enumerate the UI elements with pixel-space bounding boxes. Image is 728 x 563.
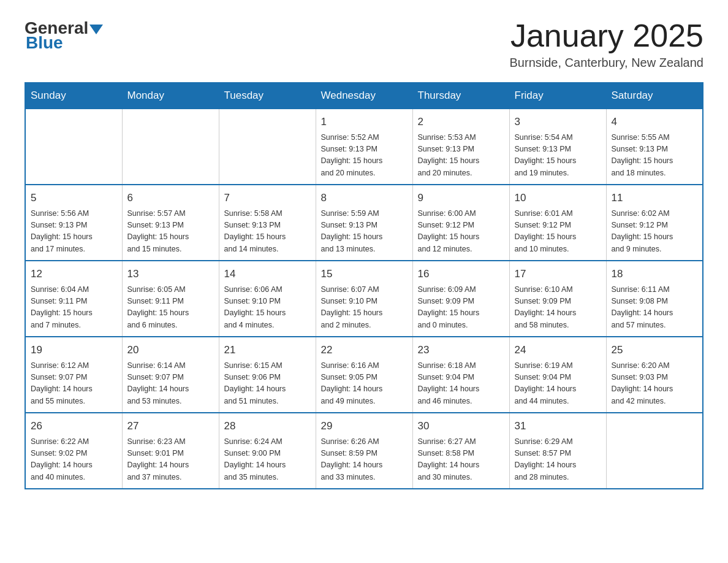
day-number: 23: [418, 342, 504, 358]
day-info: Sunrise: 6:01 AMSunset: 9:12 PMDaylight:…: [515, 208, 601, 256]
calendar-cell: 14Sunrise: 6:06 AMSunset: 9:10 PMDayligh…: [219, 261, 316, 337]
calendar-week-row: 12Sunrise: 6:04 AMSunset: 9:11 PMDayligh…: [25, 261, 703, 337]
calendar-header-thursday: Thursday: [412, 83, 509, 109]
day-number: 5: [31, 190, 117, 206]
day-info: Sunrise: 6:27 AMSunset: 8:58 PMDaylight:…: [418, 436, 504, 484]
day-number: 29: [321, 418, 408, 434]
calendar-header-friday: Friday: [509, 83, 606, 109]
day-info: Sunrise: 6:15 AMSunset: 9:06 PMDaylight:…: [224, 360, 311, 408]
day-info: Sunrise: 6:29 AMSunset: 8:57 PMDaylight:…: [515, 436, 601, 484]
day-info: Sunrise: 5:56 AMSunset: 9:13 PMDaylight:…: [31, 208, 117, 256]
day-info: Sunrise: 5:57 AMSunset: 9:13 PMDaylight:…: [127, 208, 214, 256]
calendar-cell: 15Sunrise: 6:07 AMSunset: 9:10 PMDayligh…: [316, 261, 412, 337]
calendar-cell: 30Sunrise: 6:27 AMSunset: 8:58 PMDayligh…: [412, 413, 509, 489]
day-number: 18: [612, 266, 698, 282]
calendar-header-wednesday: Wednesday: [316, 83, 412, 109]
calendar-cell: 2Sunrise: 5:53 AMSunset: 9:13 PMDaylight…: [412, 109, 509, 185]
calendar-cell: 7Sunrise: 5:58 AMSunset: 9:13 PMDaylight…: [219, 185, 316, 261]
calendar-cell: 8Sunrise: 5:59 AMSunset: 9:13 PMDaylight…: [316, 185, 412, 261]
calendar-week-row: 19Sunrise: 6:12 AMSunset: 9:07 PMDayligh…: [25, 337, 703, 413]
day-number: 27: [127, 418, 214, 434]
day-info: Sunrise: 6:12 AMSunset: 9:07 PMDaylight:…: [31, 360, 117, 408]
calendar-cell: 26Sunrise: 6:22 AMSunset: 9:02 PMDayligh…: [25, 413, 122, 489]
day-info: Sunrise: 5:54 AMSunset: 9:13 PMDaylight:…: [515, 132, 601, 180]
calendar-header-tuesday: Tuesday: [219, 83, 316, 109]
calendar-cell: 12Sunrise: 6:04 AMSunset: 9:11 PMDayligh…: [25, 261, 122, 337]
day-number: 15: [321, 266, 408, 282]
day-info: Sunrise: 6:02 AMSunset: 9:12 PMDaylight:…: [612, 208, 698, 256]
calendar-header-monday: Monday: [122, 83, 219, 109]
day-number: 19: [31, 342, 117, 358]
location-subtitle: Burnside, Canterbury, New Zealand: [510, 56, 703, 70]
day-info: Sunrise: 6:16 AMSunset: 9:05 PMDaylight:…: [321, 360, 408, 408]
day-number: 9: [418, 190, 504, 206]
day-number: 8: [321, 190, 408, 206]
calendar-cell: 1Sunrise: 5:52 AMSunset: 9:13 PMDaylight…: [316, 109, 412, 185]
calendar-cell: 24Sunrise: 6:19 AMSunset: 9:04 PMDayligh…: [509, 337, 606, 413]
calendar-cell: 9Sunrise: 6:00 AMSunset: 9:12 PMDaylight…: [412, 185, 509, 261]
day-info: Sunrise: 5:55 AMSunset: 9:13 PMDaylight:…: [612, 132, 698, 180]
day-number: 30: [418, 418, 504, 434]
calendar-table: SundayMondayTuesdayWednesdayThursdayFrid…: [25, 82, 703, 489]
day-info: Sunrise: 6:09 AMSunset: 9:09 PMDaylight:…: [418, 284, 504, 332]
calendar-cell: 29Sunrise: 6:26 AMSunset: 8:59 PMDayligh…: [316, 413, 412, 489]
day-number: 21: [224, 342, 311, 358]
calendar-week-row: 26Sunrise: 6:22 AMSunset: 9:02 PMDayligh…: [25, 413, 703, 489]
day-number: 7: [224, 190, 311, 206]
day-number: 16: [418, 266, 504, 282]
day-info: Sunrise: 6:18 AMSunset: 9:04 PMDaylight:…: [418, 360, 504, 408]
day-number: 2: [418, 114, 504, 130]
calendar-cell: 18Sunrise: 6:11 AMSunset: 9:08 PMDayligh…: [606, 261, 703, 337]
day-info: Sunrise: 6:04 AMSunset: 9:11 PMDaylight:…: [31, 284, 117, 332]
calendar-cell: 19Sunrise: 6:12 AMSunset: 9:07 PMDayligh…: [25, 337, 122, 413]
calendar-cell: 22Sunrise: 6:16 AMSunset: 9:05 PMDayligh…: [316, 337, 412, 413]
day-info: Sunrise: 6:05 AMSunset: 9:11 PMDaylight:…: [127, 284, 214, 332]
calendar-cell: 4Sunrise: 5:55 AMSunset: 9:13 PMDaylight…: [606, 109, 703, 185]
day-number: 24: [515, 342, 601, 358]
page-header: General Blue January 2025 Burnside, Cant…: [25, 18, 703, 70]
day-number: 12: [31, 266, 117, 282]
day-info: Sunrise: 6:19 AMSunset: 9:04 PMDaylight:…: [515, 360, 601, 408]
calendar-cell: 31Sunrise: 6:29 AMSunset: 8:57 PMDayligh…: [509, 413, 606, 489]
calendar-cell: 21Sunrise: 6:15 AMSunset: 9:06 PMDayligh…: [219, 337, 316, 413]
calendar-cell: 3Sunrise: 5:54 AMSunset: 9:13 PMDaylight…: [509, 109, 606, 185]
calendar-cell: 5Sunrise: 5:56 AMSunset: 9:13 PMDaylight…: [25, 185, 122, 261]
calendar-cell: 13Sunrise: 6:05 AMSunset: 9:11 PMDayligh…: [122, 261, 219, 337]
calendar-cell: 27Sunrise: 6:23 AMSunset: 9:01 PMDayligh…: [122, 413, 219, 489]
day-info: Sunrise: 6:07 AMSunset: 9:10 PMDaylight:…: [321, 284, 408, 332]
day-info: Sunrise: 5:53 AMSunset: 9:13 PMDaylight:…: [418, 132, 504, 180]
day-number: 4: [612, 114, 698, 130]
day-number: 11: [612, 190, 698, 206]
day-info: Sunrise: 6:24 AMSunset: 9:00 PMDaylight:…: [224, 436, 311, 484]
day-info: Sunrise: 6:11 AMSunset: 9:08 PMDaylight:…: [612, 284, 698, 332]
calendar-cell: 20Sunrise: 6:14 AMSunset: 9:07 PMDayligh…: [122, 337, 219, 413]
day-number: 26: [31, 418, 117, 434]
day-info: Sunrise: 6:14 AMSunset: 9:07 PMDaylight:…: [127, 360, 214, 408]
calendar-cell: 28Sunrise: 6:24 AMSunset: 9:00 PMDayligh…: [219, 413, 316, 489]
logo: General Blue: [25, 18, 103, 53]
calendar-cell: 11Sunrise: 6:02 AMSunset: 9:12 PMDayligh…: [606, 185, 703, 261]
title-area: January 2025 Burnside, Canterbury, New Z…: [510, 18, 703, 70]
calendar-cell: [219, 109, 316, 185]
calendar-week-row: 5Sunrise: 5:56 AMSunset: 9:13 PMDaylight…: [25, 185, 703, 261]
calendar-cell: 23Sunrise: 6:18 AMSunset: 9:04 PMDayligh…: [412, 337, 509, 413]
calendar-header-row: SundayMondayTuesdayWednesdayThursdayFrid…: [25, 83, 703, 109]
calendar-cell: 6Sunrise: 5:57 AMSunset: 9:13 PMDaylight…: [122, 185, 219, 261]
day-number: 6: [127, 190, 214, 206]
day-info: Sunrise: 5:59 AMSunset: 9:13 PMDaylight:…: [321, 208, 408, 256]
calendar-header-sunday: Sunday: [25, 83, 122, 109]
day-number: 3: [515, 114, 601, 130]
day-number: 13: [127, 266, 214, 282]
day-info: Sunrise: 5:58 AMSunset: 9:13 PMDaylight:…: [224, 208, 311, 256]
calendar-cell: 17Sunrise: 6:10 AMSunset: 9:09 PMDayligh…: [509, 261, 606, 337]
day-number: 28: [224, 418, 311, 434]
calendar-cell: 16Sunrise: 6:09 AMSunset: 9:09 PMDayligh…: [412, 261, 509, 337]
calendar-cell: 10Sunrise: 6:01 AMSunset: 9:12 PMDayligh…: [509, 185, 606, 261]
calendar-week-row: 1Sunrise: 5:52 AMSunset: 9:13 PMDaylight…: [25, 109, 703, 185]
calendar-cell: [25, 109, 122, 185]
svg-marker-0: [89, 25, 103, 34]
day-info: Sunrise: 6:06 AMSunset: 9:10 PMDaylight:…: [224, 284, 311, 332]
day-number: 10: [515, 190, 601, 206]
day-number: 20: [127, 342, 214, 358]
day-number: 22: [321, 342, 408, 358]
